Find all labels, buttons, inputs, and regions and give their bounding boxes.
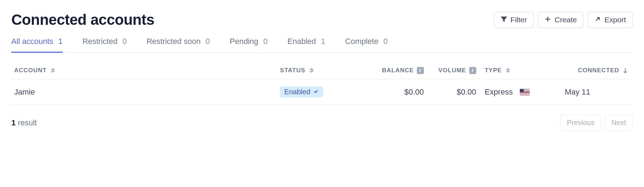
tab-label: All accounts bbox=[11, 37, 53, 46]
col-header-type[interactable]: TYPE bbox=[481, 67, 560, 79]
filter-icon bbox=[501, 16, 507, 24]
page-title: Connected accounts bbox=[11, 11, 154, 28]
tab-count: 0 bbox=[206, 37, 210, 46]
header-actions: Filter Create Export bbox=[494, 12, 633, 28]
tab-count: 1 bbox=[321, 37, 325, 46]
check-icon bbox=[313, 88, 319, 96]
status-badge: Enabled bbox=[280, 86, 323, 97]
tab-all-accounts[interactable]: All accounts 1 bbox=[11, 37, 63, 53]
export-button-label: Export bbox=[604, 16, 626, 24]
status-badge-label: Enabled bbox=[284, 88, 310, 96]
tab-pending[interactable]: Pending 0 bbox=[230, 37, 268, 53]
col-header-volume[interactable]: VOLUME i bbox=[428, 67, 481, 79]
table-row[interactable]: Jamie Enabled $0.00 $0.00 Express May 11 bbox=[11, 79, 633, 105]
tab-label: Enabled bbox=[287, 37, 316, 46]
tab-label: Pending bbox=[230, 37, 258, 46]
tabs: All accounts 1 Restricted 0 Restricted s… bbox=[11, 37, 633, 53]
tab-complete[interactable]: Complete 0 bbox=[345, 37, 387, 53]
col-header-label: ACCOUNT bbox=[14, 67, 47, 74]
col-header-status[interactable]: STATUS bbox=[276, 67, 356, 79]
tab-count: 0 bbox=[263, 37, 268, 46]
previous-button[interactable]: Previous bbox=[560, 115, 601, 131]
tab-count: 0 bbox=[383, 37, 387, 46]
cell-type: Express bbox=[481, 79, 560, 105]
col-header-label: VOLUME bbox=[438, 67, 466, 74]
filter-button-label: Filter bbox=[511, 16, 527, 24]
gear-icon bbox=[50, 67, 56, 74]
col-header-label: BALANCE bbox=[382, 67, 414, 74]
export-button[interactable]: Export bbox=[588, 12, 633, 28]
cell-volume: $0.00 bbox=[428, 79, 481, 105]
next-button[interactable]: Next bbox=[605, 115, 633, 131]
cell-balance: $0.00 bbox=[356, 79, 428, 105]
pager: Previous Next bbox=[560, 115, 633, 131]
result-count: 1 result bbox=[11, 118, 37, 128]
tab-count: 0 bbox=[122, 37, 127, 46]
result-count-label: result bbox=[18, 118, 37, 127]
us-flag-icon bbox=[520, 89, 530, 95]
create-button[interactable]: Create bbox=[538, 12, 583, 28]
result-count-number: 1 bbox=[11, 118, 16, 127]
gear-icon bbox=[505, 67, 511, 74]
cell-connected: May 11 bbox=[560, 79, 633, 105]
tab-label: Restricted bbox=[82, 37, 117, 46]
filter-button[interactable]: Filter bbox=[494, 12, 534, 28]
col-header-label: TYPE bbox=[485, 67, 502, 74]
tab-label: Complete bbox=[345, 37, 378, 46]
col-header-label: STATUS bbox=[280, 67, 305, 74]
cell-type-label: Express bbox=[485, 87, 513, 97]
cell-account: Jamie bbox=[11, 79, 276, 105]
accounts-table: ACCOUNT STATUS BALANCE i bbox=[11, 67, 633, 105]
info-icon: i bbox=[417, 67, 424, 74]
cell-status: Enabled bbox=[276, 79, 356, 105]
plus-icon bbox=[545, 16, 551, 24]
create-button-label: Create bbox=[554, 16, 577, 24]
col-header-connected[interactable]: CONNECTED bbox=[560, 67, 633, 79]
gear-icon bbox=[308, 67, 315, 74]
info-icon: i bbox=[469, 67, 476, 74]
export-icon bbox=[594, 16, 601, 24]
col-header-account[interactable]: ACCOUNT bbox=[11, 67, 276, 79]
col-header-balance[interactable]: BALANCE i bbox=[356, 67, 428, 79]
tab-enabled[interactable]: Enabled 1 bbox=[287, 37, 325, 53]
tab-restricted-soon[interactable]: Restricted soon 0 bbox=[146, 37, 210, 53]
tab-label: Restricted soon bbox=[146, 37, 201, 46]
col-header-label: CONNECTED bbox=[578, 67, 619, 74]
tab-restricted[interactable]: Restricted 0 bbox=[82, 37, 127, 53]
arrow-down-icon bbox=[622, 67, 628, 74]
tab-count: 1 bbox=[58, 37, 63, 46]
